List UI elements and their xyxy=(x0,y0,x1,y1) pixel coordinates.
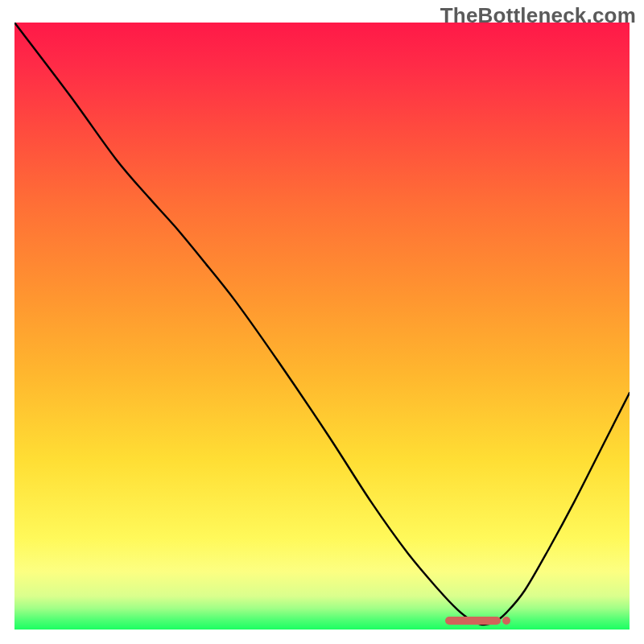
bottleneck-curve xyxy=(14,23,630,630)
curve-path xyxy=(14,23,630,625)
watermark-text: TheBottleneck.com xyxy=(440,3,636,28)
optimal-range-marker xyxy=(445,617,501,625)
figure-root: TheBottleneck.com xyxy=(0,0,644,644)
plot-area xyxy=(14,23,630,630)
optimal-range-marker-end-dot xyxy=(502,617,510,625)
